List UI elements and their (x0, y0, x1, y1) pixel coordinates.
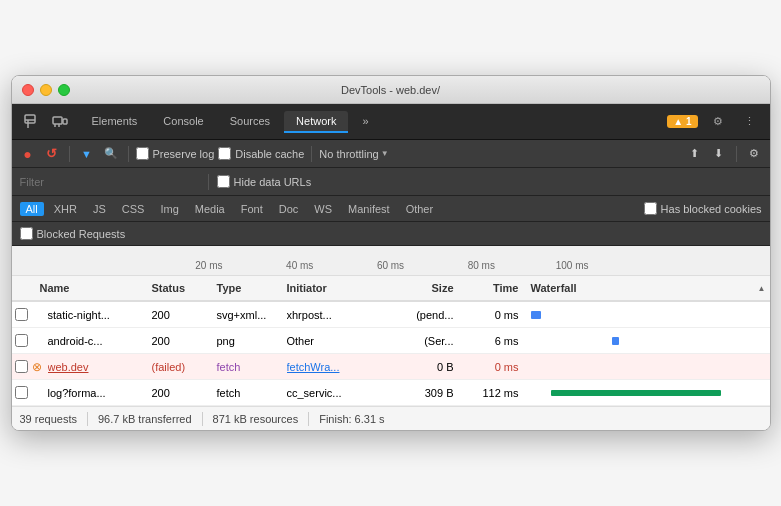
row-status-3: (failed) (152, 361, 217, 373)
warning-badge: ▲ 1 (667, 115, 697, 128)
toolbar-separator-4 (736, 146, 737, 162)
row-initiator-4: cc_servic... (287, 387, 397, 399)
row-size-4: 309 B (397, 387, 462, 399)
tab-icons (20, 110, 72, 134)
minimize-button[interactable] (40, 84, 52, 96)
row-name-4: log?forma... (48, 387, 152, 399)
waterfall-time-header: 20 ms 40 ms 60 ms 80 ms 100 ms (12, 246, 770, 276)
disable-cache-checkbox[interactable]: Disable cache (218, 147, 304, 160)
row-checkbox-3[interactable] (12, 360, 32, 373)
type-filter-other[interactable]: Other (400, 202, 440, 216)
clear-button[interactable]: ↺ (42, 144, 62, 164)
row-time-1: 0 ms (462, 309, 527, 321)
type-filter-media[interactable]: Media (189, 202, 231, 216)
filter-toggle-button[interactable]: ▼ (77, 144, 97, 164)
has-blocked-cookies-checkbox[interactable]: Has blocked cookies (644, 202, 762, 215)
hide-data-urls-checkbox[interactable]: Hide data URLs (217, 175, 312, 188)
row-status-2: 200 (152, 335, 217, 347)
network-settings-button[interactable]: ⚙ (744, 144, 764, 164)
col-header-initiator[interactable]: Initiator (287, 282, 397, 294)
title-bar: DevTools - web.dev/ (12, 76, 770, 104)
type-filter-all[interactable]: All (20, 202, 44, 216)
type-filter-ws[interactable]: WS (308, 202, 338, 216)
inspect-icon[interactable] (20, 110, 44, 134)
time-mark-2: 40 ms (254, 260, 345, 271)
row-waterfall-4 (527, 380, 770, 405)
tab-overflow[interactable]: » (350, 111, 380, 133)
row-name-1: static-night... (48, 309, 152, 321)
row-name-2: android-c... (48, 335, 152, 347)
toolbar-separator-1 (69, 146, 70, 162)
waterfall-times: 20 ms 40 ms 60 ms 80 ms 100 ms (164, 260, 618, 271)
maximize-button[interactable] (58, 84, 70, 96)
svg-rect-4 (63, 119, 67, 124)
throttle-select[interactable]: No throttling ▼ (319, 148, 388, 160)
tab-console[interactable]: Console (151, 111, 215, 133)
row-waterfall-3 (527, 354, 770, 379)
row-waterfall-1 (527, 302, 770, 327)
col-header-waterfall[interactable]: Waterfall ▲ (527, 282, 770, 294)
sort-arrow-icon: ▲ (758, 284, 766, 293)
col-header-size[interactable]: Size (397, 282, 462, 294)
table-row[interactable]: android-c... 200 png Other (Ser... 6 ms (12, 328, 770, 354)
row-initiator-3[interactable]: fetchWra... (287, 361, 397, 373)
filter-input[interactable] (20, 176, 200, 188)
col-header-status[interactable]: Status (152, 282, 217, 294)
table-row[interactable]: static-night... 200 svg+xml... xhrpost..… (12, 302, 770, 328)
tab-network[interactable]: Network (284, 111, 348, 133)
toolbar-right: ⬆ ⬇ ⚙ (685, 144, 764, 164)
tab-bar: Elements Console Sources Network » ▲ 1 ⚙… (12, 104, 770, 140)
row-checkbox-2[interactable] (12, 334, 32, 347)
blocked-requests-checkbox[interactable]: Blocked Requests (20, 227, 126, 240)
table-row[interactable]: ⊗ web.dev (failed) fetch fetchWra... 0 B… (12, 354, 770, 380)
search-button[interactable]: 🔍 (101, 144, 121, 164)
blocked-requests-bar: Blocked Requests (12, 222, 770, 246)
table-row[interactable]: log?forma... 200 fetch cc_servic... 309 … (12, 380, 770, 406)
row-checkbox-1[interactable] (12, 308, 32, 321)
close-button[interactable] (22, 84, 34, 96)
status-bar: 39 requests 96.7 kB transferred 871 kB r… (12, 406, 770, 430)
type-filter-xhr[interactable]: XHR (48, 202, 83, 216)
toolbar-separator-3 (311, 146, 312, 162)
type-filter-manifest[interactable]: Manifest (342, 202, 396, 216)
svg-rect-3 (53, 117, 62, 124)
download-button[interactable]: ⬇ (709, 144, 729, 164)
status-separator-1 (87, 412, 88, 426)
tab-sources[interactable]: Sources (218, 111, 282, 133)
row-time-3: 0 ms (462, 361, 527, 373)
type-filter-img[interactable]: Img (154, 202, 184, 216)
waterfall-bar-4 (551, 390, 721, 396)
row-name-3: web.dev (48, 361, 152, 373)
upload-button[interactable]: ⬆ (685, 144, 705, 164)
type-filter-js[interactable]: JS (87, 202, 112, 216)
tab-elements[interactable]: Elements (80, 111, 150, 133)
row-type-2: png (217, 335, 287, 347)
time-mark-1: 20 ms (164, 260, 255, 271)
col-header-type[interactable]: Type (217, 282, 287, 294)
tabs: Elements Console Sources Network » (80, 111, 668, 133)
device-icon[interactable] (48, 110, 72, 134)
record-button[interactable]: ● (18, 144, 38, 164)
type-filter-font[interactable]: Font (235, 202, 269, 216)
preserve-log-checkbox[interactable]: Preserve log (136, 147, 215, 160)
col-header-time[interactable]: Time (462, 282, 527, 294)
error-icon: ⊗ (32, 360, 48, 374)
more-options-icon[interactable]: ⋮ (738, 110, 762, 134)
type-filter-right: Has blocked cookies (644, 202, 762, 215)
type-filter-doc[interactable]: Doc (273, 202, 305, 216)
row-time-4: 112 ms (462, 387, 527, 399)
row-size-3: 0 B (397, 361, 462, 373)
row-size-2: (Ser... (397, 335, 462, 347)
col-header-name[interactable]: Name (12, 282, 152, 294)
type-filter-css[interactable]: CSS (116, 202, 151, 216)
settings-icon[interactable]: ⚙ (706, 110, 730, 134)
chevron-down-icon: ▼ (381, 149, 389, 158)
time-mark-3: 60 ms (345, 260, 436, 271)
row-waterfall-2 (527, 328, 770, 353)
time-mark-4: 80 ms (436, 260, 527, 271)
status-separator-3 (308, 412, 309, 426)
row-checkbox-4[interactable] (12, 386, 32, 399)
row-type-4: fetch (217, 387, 287, 399)
table-header: Name Status Type Initiator Size Time Wat… (12, 276, 770, 302)
svg-rect-0 (25, 115, 35, 123)
